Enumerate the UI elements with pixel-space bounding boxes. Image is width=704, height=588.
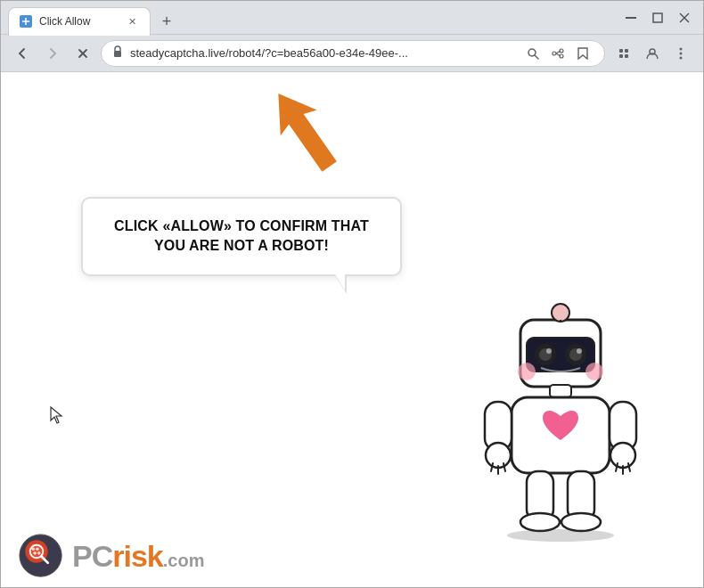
svg-rect-1 bbox=[653, 13, 662, 22]
svg-point-60 bbox=[37, 551, 41, 555]
address-bar: steadycaptcha.live/robot4/?c=bea56a00-e3… bbox=[1, 35, 703, 72]
robot-illustration bbox=[471, 302, 650, 534]
svg-marker-22 bbox=[264, 81, 344, 179]
maximize-button[interactable] bbox=[646, 6, 669, 29]
tab-title: Click Allow bbox=[39, 15, 118, 28]
tab-close-button[interactable]: ✕ bbox=[125, 14, 139, 29]
address-input[interactable]: steadycaptcha.live/robot4/?c=bea56a00-e3… bbox=[101, 40, 605, 67]
svg-point-34 bbox=[585, 363, 603, 380]
profile-icon[interactable] bbox=[639, 40, 666, 67]
minimize-button[interactable] bbox=[619, 6, 643, 29]
svg-point-43 bbox=[610, 443, 635, 468]
svg-point-59 bbox=[33, 551, 37, 555]
svg-rect-13 bbox=[619, 49, 623, 53]
title-bar: Click Allow ✕ + bbox=[1, 1, 703, 35]
browser-tab[interactable]: Click Allow ✕ bbox=[8, 7, 151, 36]
svg-point-50 bbox=[561, 513, 601, 531]
svg-rect-35 bbox=[550, 385, 571, 397]
pcrisk-text-group: PCrisk.com bbox=[72, 539, 204, 574]
url-text: steadycaptcha.live/robot4/?c=bea56a00-e3… bbox=[130, 46, 515, 60]
forward-button[interactable] bbox=[40, 41, 65, 66]
pcrisk-pc-label: PC bbox=[72, 539, 112, 573]
arrow-indicator bbox=[264, 81, 344, 183]
search-icon[interactable] bbox=[522, 43, 544, 64]
svg-point-9 bbox=[560, 49, 563, 53]
svg-point-38 bbox=[486, 443, 511, 468]
svg-point-20 bbox=[680, 56, 683, 59]
svg-point-57 bbox=[32, 547, 36, 551]
tab-favicon bbox=[20, 15, 32, 28]
pcrisk-logo-icon bbox=[19, 534, 63, 578]
toolbar-icons bbox=[610, 40, 694, 67]
address-icons bbox=[522, 43, 593, 64]
svg-rect-0 bbox=[626, 17, 636, 19]
reload-button[interactable] bbox=[70, 41, 95, 66]
robot-svg bbox=[471, 302, 650, 543]
pcrisk-com-label: .com bbox=[163, 551, 205, 570]
pcrisk-watermark: PCrisk.com bbox=[19, 534, 204, 578]
svg-point-58 bbox=[36, 547, 39, 551]
svg-point-48 bbox=[520, 513, 560, 531]
bookmark-icon[interactable] bbox=[572, 43, 593, 64]
close-button[interactable] bbox=[673, 6, 696, 29]
new-tab-button[interactable]: + bbox=[154, 10, 179, 35]
svg-rect-6 bbox=[114, 51, 121, 57]
window-controls bbox=[619, 6, 696, 29]
svg-marker-12 bbox=[578, 48, 587, 59]
svg-point-31 bbox=[546, 348, 552, 354]
browser-window: Click Allow ✕ + bbox=[0, 0, 704, 588]
speech-bubble: CLICK «ALLOW» TO CONFIRM THAT YOU ARE NO… bbox=[81, 197, 402, 276]
svg-rect-15 bbox=[619, 54, 623, 58]
svg-point-24 bbox=[552, 304, 569, 322]
svg-point-18 bbox=[680, 47, 683, 50]
speech-bubble-text: CLICK «ALLOW» TO CONFIRM THAT YOU ARE NO… bbox=[105, 216, 378, 257]
svg-point-33 bbox=[518, 363, 536, 380]
lock-icon bbox=[112, 45, 123, 61]
svg-point-19 bbox=[680, 52, 683, 54]
svg-point-32 bbox=[577, 348, 582, 354]
mouse-cursor bbox=[50, 406, 64, 424]
page-content: CLICK «ALLOW» TO CONFIRM THAT YOU ARE NO… bbox=[1, 72, 703, 587]
svg-rect-14 bbox=[625, 49, 628, 53]
back-button[interactable] bbox=[10, 41, 35, 66]
svg-point-10 bbox=[560, 54, 563, 58]
tab-area: Click Allow ✕ + bbox=[8, 1, 612, 35]
menu-icon[interactable] bbox=[667, 40, 694, 67]
extensions-icon[interactable] bbox=[610, 40, 637, 67]
svg-point-51 bbox=[507, 529, 614, 542]
pcrisk-risk-label: risk bbox=[112, 539, 163, 573]
svg-rect-16 bbox=[625, 54, 628, 58]
share-icon[interactable] bbox=[547, 43, 569, 64]
svg-point-11 bbox=[553, 52, 556, 55]
svg-line-8 bbox=[535, 55, 538, 59]
